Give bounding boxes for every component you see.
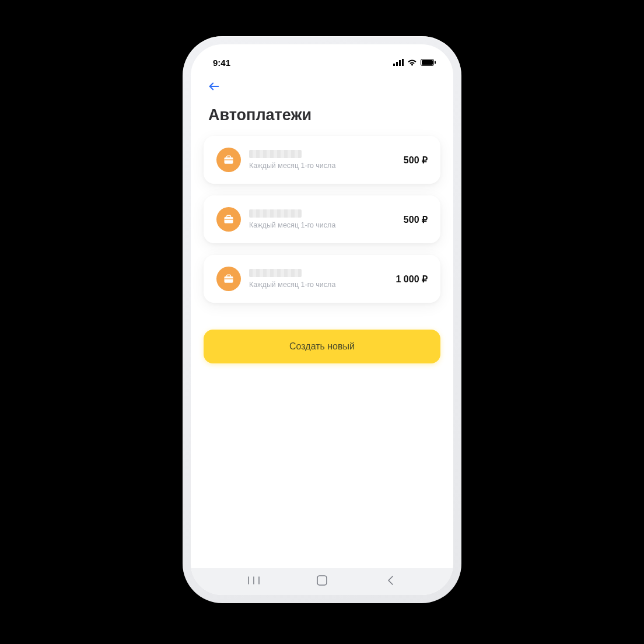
svg-rect-8 [225,158,233,164]
recents-icon [248,576,260,587]
status-icons [393,59,436,66]
payment-amount: 1 000 ₽ [396,274,428,285]
nav-recents-button[interactable] [246,574,261,589]
svg-rect-2 [399,60,401,66]
payment-schedule: Каждый месяц 1-го числа [249,281,388,289]
device-frame: 9:41 Автоплатежи [183,36,461,603]
nav-home-button[interactable] [314,574,330,589]
briefcase-icon [216,148,241,172]
nav-back-button[interactable] [383,574,398,589]
svg-rect-9 [225,217,233,223]
android-nav-bar [191,568,453,595]
payment-item[interactable]: Каждый месяц 1-го числа 1 000 ₽ [204,255,440,303]
arrow-left-icon [208,80,220,95]
page-title: Автоплатежи [191,98,453,136]
chevron-left-icon [387,575,394,588]
create-new-label: Создать новый [289,341,355,352]
svg-rect-1 [396,62,398,66]
nav-back-row [191,75,453,98]
payment-schedule: Каждый месяц 1-го числа [249,221,396,229]
home-icon [317,575,327,588]
wifi-icon [407,59,417,66]
payments-list: Каждый месяц 1-го числа 500 ₽ Каждый мес… [191,136,453,303]
screen: 9:41 Автоплатежи [191,44,453,595]
briefcase-icon [216,267,241,291]
create-new-button[interactable]: Создать новый [204,330,440,363]
payment-amount: 500 ₽ [404,155,428,166]
payment-body: Каждый месяц 1-го числа [249,209,396,229]
svg-rect-0 [393,64,395,66]
svg-rect-14 [317,576,327,585]
payment-amount: 500 ₽ [404,214,428,225]
payment-item[interactable]: Каждый месяц 1-го числа 500 ₽ [204,195,440,243]
back-button[interactable] [204,77,225,98]
payment-title-redacted [249,209,302,218]
briefcase-icon [216,207,241,232]
payment-item[interactable]: Каждый месяц 1-го числа 500 ₽ [204,136,440,184]
payment-schedule: Каждый месяц 1-го числа [249,162,396,170]
payment-title-redacted [249,150,302,158]
payment-title-redacted [249,269,302,277]
svg-rect-6 [435,61,436,64]
signal-icon [393,59,404,66]
status-bar: 9:41 [191,50,453,75]
svg-rect-10 [225,276,233,283]
payment-body: Каждый месяц 1-го числа [249,269,388,289]
battery-icon [421,59,436,66]
svg-rect-3 [402,59,404,66]
payment-body: Каждый месяц 1-го числа [249,150,396,170]
svg-rect-5 [422,60,433,65]
status-time: 9:41 [213,58,230,68]
